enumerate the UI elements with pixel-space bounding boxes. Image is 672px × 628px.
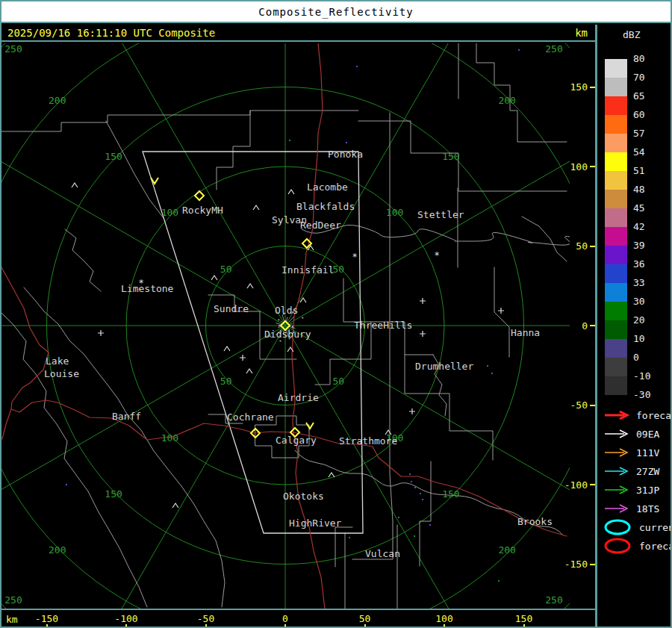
ring-label-250: 250 (545, 594, 562, 606)
station-plus-marker (420, 331, 426, 337)
city-label-brooks: Brooks (517, 516, 553, 527)
right-axis-tick--100: -100 (564, 479, 595, 490)
city-label-lake: Lake (46, 355, 69, 367)
ring-label-100: 100 (161, 207, 178, 218)
dbz-boundary-label-70: 70 (633, 72, 645, 82)
dbz-boundary-label-65: 65 (633, 90, 645, 101)
boundary-line (65, 229, 101, 291)
bottom-axis-tick-label--100: -100 (114, 613, 137, 624)
ring-label-100: 100 (386, 207, 403, 218)
echo-speck-blue (414, 487, 416, 488)
dbz-boundary-label-33: 33 (633, 277, 645, 287)
bottom-axis-unit-label: km (6, 614, 18, 625)
dbz-color-block--10 (605, 376, 627, 395)
station-plus-marker (420, 298, 426, 304)
city-label-ponoka: Ponoka (328, 149, 363, 160)
ring-label-250: 250 (545, 43, 562, 55)
echo-speck-blue (422, 499, 423, 500)
station-caret-marker (172, 503, 178, 508)
cell-arrow-marker[interactable] (151, 178, 158, 184)
ring-label-100: 100 (161, 432, 178, 444)
legend-panel: dBZ 807065605754514845423936333020100-10… (597, 25, 672, 628)
tick-dash (590, 484, 595, 485)
echo-speck-blue (349, 537, 350, 538)
azimuth-spoke (285, 326, 570, 532)
right-axis: 150100500-50-100-150 (570, 43, 595, 609)
city-label-reddeer: RedDeer (300, 220, 341, 231)
echo-speck-green (498, 580, 500, 582)
station-markers: *** (72, 178, 504, 508)
boundary-line (106, 121, 164, 218)
dbz-color-block-45 (605, 208, 627, 227)
station-plus-marker (498, 308, 504, 314)
right-axis-tick-150: 150 (570, 82, 595, 93)
city-label-strathmore: Strathmore (339, 435, 397, 447)
azimuth-spoke (79, 43, 285, 326)
dbz-color-block-0 (605, 358, 627, 376)
dbz-boundary-label-60: 60 (633, 109, 645, 119)
ring-label-200: 200 (49, 544, 66, 556)
dbz-boundary-label-45: 45 (633, 202, 645, 213)
legend-label: forecast (639, 541, 672, 552)
city-label-blackfalds: Blackfalds (296, 201, 355, 212)
dbz-color-block-33 (605, 283, 627, 302)
clutter-speck (279, 325, 280, 326)
right-axis-tick-50: 50 (576, 241, 595, 252)
dbz-color-block-80 (605, 59, 627, 78)
tick-dash (284, 624, 286, 628)
tick-dash (444, 624, 445, 628)
station-caret-marker (224, 346, 230, 351)
city-label-innisfail: Innisfail (281, 264, 334, 276)
station-plus-marker (240, 355, 246, 361)
ring-label-150: 150 (105, 151, 122, 162)
radar-map-canvas[interactable]: 5050505010010010010015015015015020020020… (1, 43, 570, 609)
city-label-banff: Banff (112, 411, 141, 422)
dbz-boundary-label--30: -30 (633, 389, 650, 400)
echo-speck-blue (411, 481, 412, 482)
track-arrow-icon (603, 429, 630, 439)
boundary-line (208, 279, 433, 385)
radar-map-svg[interactable]: 5050505010010010010015015015015020020020… (1, 43, 570, 609)
right-axis-unit-label: km (575, 27, 588, 39)
ring-label-150: 150 (105, 488, 122, 500)
bottom-axis-tick-label-50: 50 (359, 613, 371, 624)
tick-dash (590, 325, 595, 326)
dbz-boundary-label-0: 0 (633, 352, 639, 362)
echo-speck-blue (487, 365, 488, 367)
cell-diamond-marker[interactable] (195, 191, 204, 200)
right-axis-tick-label: -100 (564, 479, 588, 491)
city-label-airdrie: Airdrie (278, 392, 319, 403)
dbz-boundary-label-42: 42 (633, 221, 645, 231)
right-axis-tick-label: -50 (570, 400, 588, 411)
bottom-axis-tick-label-0: 0 (282, 613, 288, 624)
city-label-hanna: Hanna (511, 327, 540, 338)
station-star-marker: * (434, 250, 439, 261)
city-label-olds: Olds (275, 305, 298, 316)
tick-dash (590, 564, 595, 565)
dbz-color-block-30 (605, 302, 627, 320)
dbz-color-block-60 (605, 115, 627, 134)
station-caret-marker (72, 183, 78, 187)
right-axis-tick-label: 50 (576, 240, 588, 252)
dbz-boundary-label-48: 48 (633, 184, 645, 194)
highway-93 (2, 409, 11, 439)
scale-title: dBZ (623, 29, 640, 40)
legend-label: 18TS (636, 503, 659, 514)
bottom-axis-tick-label-150: 150 (515, 613, 532, 624)
window-title: Composite_Reflectivity (258, 6, 413, 18)
city-label-louise: Louise (44, 368, 79, 379)
legend-row-31JP: 31JP (603, 482, 659, 498)
station-caret-marker (288, 190, 294, 194)
ring-label-200: 200 (498, 95, 515, 106)
track-arrow-icon (603, 410, 630, 420)
ring-label-50: 50 (220, 264, 232, 275)
legend-row-27ZW: 27ZW (603, 463, 659, 479)
tick-dash (590, 166, 595, 167)
dbz-boundary-label-20: 20 (633, 314, 645, 325)
cell-arrow-marker[interactable] (306, 423, 314, 429)
track-arrow-icon (603, 503, 630, 514)
radar-application-window: Composite_Reflectivity 2025/09/16 16:11:… (0, 0, 672, 628)
dbz-boundary-label-54: 54 (633, 146, 645, 157)
echo-speck-blue (518, 49, 520, 51)
dbz-color-block-48 (605, 190, 627, 208)
